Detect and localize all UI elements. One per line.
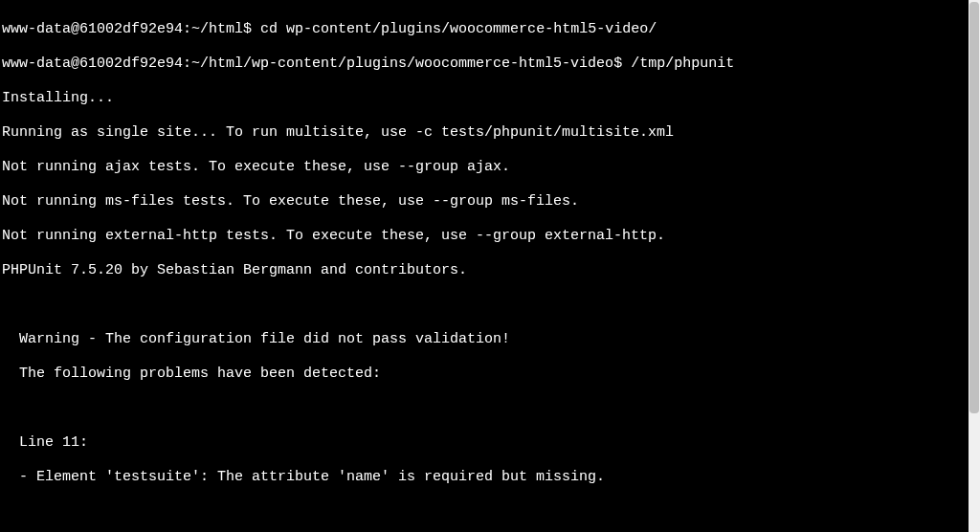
prompt-symbol: $ (613, 55, 631, 72)
scrollbar[interactable] (969, 0, 980, 532)
output-warning: Warning - The configuration file did not… (2, 331, 980, 348)
output-multisite: Running as single site... To run multisi… (2, 124, 980, 142)
scrollbar-thumb[interactable] (969, 2, 979, 413)
cwd: ~/html/wp-content/plugins/woocommerce-ht… (191, 55, 613, 72)
output-element: - Element 'testsuite': The attribute 'na… (2, 469, 980, 486)
prompt-symbol: $ (243, 21, 260, 37)
command-phpunit: /tmp/phpunit (631, 55, 734, 72)
terminal-output[interactable]: www-data@61002df92e94:~/html$ cd wp-cont… (0, 0, 980, 532)
user-host: www-data@61002df92e94 (2, 55, 183, 72)
blank-line (2, 400, 980, 417)
blank-line (2, 297, 980, 314)
output-phpunit-version: PHPUnit 7.5.20 by Sebastian Bergmann and… (2, 262, 980, 279)
output-problems: The following problems have been detecte… (2, 366, 980, 383)
blank-line (2, 503, 980, 521)
output-line11: Line 11: (2, 434, 980, 452)
output-externalhttp: Not running external-http tests. To exec… (2, 228, 980, 245)
output-ajax: Not running ajax tests. To execute these… (2, 159, 980, 176)
command-cd: cd wp-content/plugins/woocommerce-html5-… (260, 21, 657, 37)
prompt-line-1: www-data@61002df92e94:~/html$ cd wp-cont… (2, 21, 980, 38)
prompt-line-2: www-data@61002df92e94:~/html/wp-content/… (2, 55, 980, 73)
output-msfiles: Not running ms-files tests. To execute t… (2, 193, 980, 211)
output-installing: Installing... (2, 90, 980, 107)
user-host: www-data@61002df92e94 (2, 21, 183, 37)
cwd: ~/html (191, 21, 243, 37)
